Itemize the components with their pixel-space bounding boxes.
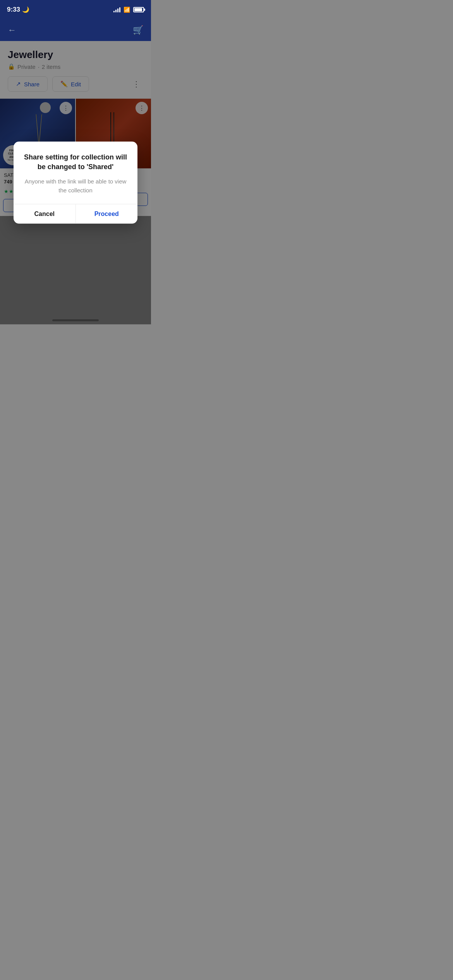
nav-bar: ← 🛒 — [0, 19, 151, 41]
battery-icon — [133, 7, 144, 12]
back-button[interactable]: ← — [8, 25, 16, 35]
wifi-icon: 📶 — [124, 7, 130, 13]
dialog-body: Share setting for collection will be cha… — [14, 142, 137, 204]
signal-icon — [113, 7, 120, 12]
dialog-title: Share setting for collection will be cha… — [23, 152, 128, 172]
share-dialog: Share setting for collection will be cha… — [14, 142, 137, 224]
status-time: 9:33 🌙 — [7, 6, 29, 14]
page-content: Jewellery 🔒 Private · 2 items ↗ Share ✏️… — [0, 41, 151, 324]
dialog-actions: Cancel Proceed — [14, 204, 137, 224]
dialog-message: Anyone with the link will be able to vie… — [23, 177, 128, 195]
cancel-button[interactable]: Cancel — [14, 204, 76, 224]
status-icons: 📶 — [113, 7, 144, 13]
proceed-button[interactable]: Proceed — [76, 204, 138, 224]
moon-icon: 🌙 — [22, 6, 29, 13]
home-indicator — [52, 319, 99, 321]
time-text: 9:33 — [7, 6, 20, 14]
status-bar: 9:33 🌙 📶 — [0, 0, 151, 19]
cart-button[interactable]: 🛒 — [133, 25, 143, 35]
